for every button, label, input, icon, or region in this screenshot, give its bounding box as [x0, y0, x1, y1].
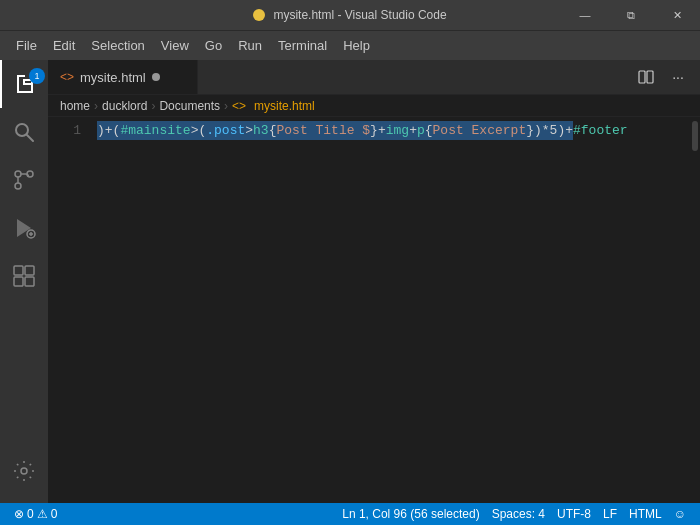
svg-point-20: [21, 468, 27, 474]
tab-modified-dot: [152, 73, 160, 81]
restore-button[interactable]: ⧉: [608, 0, 654, 30]
split-editor-icon: [638, 69, 654, 85]
sidebar-item-settings[interactable]: [0, 447, 48, 495]
svg-rect-19: [25, 277, 34, 286]
menu-edit[interactable]: Edit: [45, 34, 83, 57]
split-editor-button[interactable]: [632, 63, 660, 91]
svg-point-9: [15, 171, 21, 177]
code-token: }+: [370, 121, 386, 140]
menu-help[interactable]: Help: [335, 34, 378, 57]
status-line-ending[interactable]: LF: [597, 503, 623, 525]
breadcrumb-sep-3: ›: [224, 99, 228, 113]
code-token: img: [386, 121, 409, 140]
svg-point-7: [16, 124, 28, 136]
feedback-icon: ☺: [674, 507, 686, 521]
code-line-1: )+(#mainsite>(.post>h3{Post Title $}+img…: [97, 121, 684, 140]
status-bar: ⊗ 0 ⚠ 0 Ln 1, Col 96 (56 selected) Space…: [0, 503, 700, 525]
warning-count: 0: [51, 507, 58, 521]
sidebar-item-run-debug[interactable]: [0, 204, 48, 252]
more-actions-button[interactable]: ···: [664, 63, 692, 91]
menu-bar: File Edit Selection View Go Run Terminal…: [0, 30, 700, 60]
sidebar-item-search[interactable]: [0, 108, 48, 156]
breadcrumb-home[interactable]: home: [60, 99, 90, 113]
editor-area: <> mysite.html ··· home › ducklord: [48, 60, 700, 503]
warning-icon: ⚠: [37, 507, 48, 521]
code-token: +: [409, 121, 417, 140]
svg-rect-1: [17, 75, 19, 93]
run-debug-icon: [12, 216, 36, 240]
code-token: .post: [206, 121, 245, 140]
status-position[interactable]: Ln 1, Col 96 (56 selected): [336, 503, 485, 525]
code-token: h3: [253, 121, 269, 140]
line-numbers: 1: [48, 121, 93, 499]
activity-bar-bottom: [0, 447, 48, 495]
error-count: 0: [27, 507, 34, 521]
status-spaces[interactable]: Spaces: 4: [486, 503, 551, 525]
code-token: {: [269, 121, 277, 140]
sidebar-item-source-control[interactable]: [0, 156, 48, 204]
breadcrumb: home › ducklord › Documents › <> mysite.…: [48, 95, 700, 117]
menu-file[interactable]: File: [8, 34, 45, 57]
source-control-icon: [12, 168, 36, 192]
status-right: Ln 1, Col 96 (56 selected) Spaces: 4 UTF…: [336, 503, 692, 525]
svg-rect-18: [14, 277, 23, 286]
spaces-text: Spaces: 4: [492, 507, 545, 521]
breadcrumb-file[interactable]: mysite.html: [254, 99, 315, 113]
extensions-icon: [12, 264, 36, 288]
breadcrumb-sep-1: ›: [94, 99, 98, 113]
code-token: #mainsite: [120, 121, 190, 140]
line-number-1: 1: [60, 121, 81, 140]
svg-rect-17: [25, 266, 34, 275]
close-button[interactable]: ✕: [654, 0, 700, 30]
scrollbar[interactable]: [688, 121, 700, 499]
svg-rect-2: [17, 91, 33, 93]
svg-point-10: [15, 183, 21, 189]
position-text: Ln 1, Col 96 (56 selected): [342, 507, 479, 521]
code-token: })*5)+: [526, 121, 573, 140]
menu-terminal[interactable]: Terminal: [270, 34, 335, 57]
tab-file-icon: <>: [60, 70, 74, 84]
code-token: >: [245, 121, 253, 140]
breadcrumb-ducklord[interactable]: ducklord: [102, 99, 147, 113]
window-title: mysite.html - Visual Studio Code: [273, 8, 446, 22]
status-language[interactable]: HTML: [623, 503, 668, 525]
ellipsis-icon: ···: [672, 69, 684, 85]
svg-rect-22: [647, 71, 653, 83]
title-dot: [253, 9, 265, 21]
svg-marker-12: [17, 219, 31, 237]
status-encoding[interactable]: UTF-8: [551, 503, 597, 525]
title-bar: mysite.html - Visual Studio Code — ⧉ ✕: [0, 0, 700, 30]
code-token: )+(: [97, 121, 120, 140]
tab-mysite-html[interactable]: <> mysite.html: [48, 60, 198, 94]
menu-selection[interactable]: Selection: [83, 34, 152, 57]
code-token: {: [425, 121, 433, 140]
tab-actions: ···: [624, 60, 700, 94]
code-content[interactable]: )+(#mainsite>(.post>h3{Post Title $}+img…: [93, 121, 688, 499]
menu-run[interactable]: Run: [230, 34, 270, 57]
menu-view[interactable]: View: [153, 34, 197, 57]
scrollbar-thumb[interactable]: [692, 121, 698, 151]
sidebar-item-extensions[interactable]: [0, 252, 48, 300]
svg-rect-6: [23, 83, 31, 85]
settings-icon: [12, 459, 36, 483]
search-icon: [12, 120, 36, 144]
minimize-button[interactable]: —: [562, 0, 608, 30]
svg-rect-16: [14, 266, 23, 275]
line-ending-text: LF: [603, 507, 617, 521]
breadcrumb-documents[interactable]: Documents: [159, 99, 220, 113]
explorer-badge: 1: [29, 68, 45, 84]
tab-bar: <> mysite.html ···: [48, 60, 700, 95]
code-token: Post Excerpt: [433, 121, 527, 140]
activity-bar: 1: [0, 60, 48, 503]
svg-line-8: [27, 135, 33, 141]
tab-label: mysite.html: [80, 70, 146, 85]
code-editor[interactable]: 1 )+(#mainsite>(.post>h3{Post Title $}+i…: [48, 117, 700, 503]
code-token: p: [417, 121, 425, 140]
sidebar-item-explorer[interactable]: 1: [0, 60, 48, 108]
status-errors[interactable]: ⊗ 0 ⚠ 0: [8, 503, 63, 525]
code-token: Post Title $: [276, 121, 370, 140]
code-token: >(: [191, 121, 207, 140]
status-feedback[interactable]: ☺: [668, 503, 692, 525]
main-area: 1: [0, 60, 700, 503]
menu-go[interactable]: Go: [197, 34, 230, 57]
